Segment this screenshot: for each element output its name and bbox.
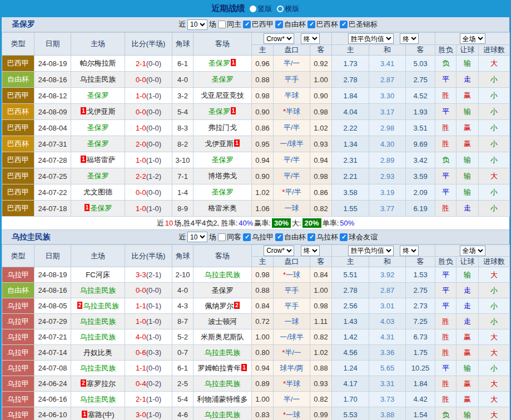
team-name: 圣保罗: [212, 286, 234, 294]
away-team-cell: 米斯奥尼斯队: [194, 329, 252, 345]
recent-count-select[interactable]: 10: [187, 19, 207, 30]
league-checkbox-label[interactable]: 巴西杯: [307, 19, 338, 29]
mean-away-cell: 2.73: [406, 298, 435, 314]
league-checkbox[interactable]: [340, 21, 348, 28]
same-home-checkbox-label[interactable]: 同主: [218, 19, 241, 29]
odds-away-cell: 0.82: [310, 201, 332, 217]
mean-away-cell: 1.53: [406, 267, 435, 283]
handicap-result-cell: 输: [457, 267, 479, 283]
same-away-checkbox[interactable]: [218, 233, 226, 241]
league-checkbox[interactable]: [275, 233, 283, 241]
rank-badge: 1: [234, 139, 240, 147]
mean-away-cell: 1.84: [406, 376, 435, 392]
matches-table: 类型 日期 主场 比分(半场) 角球 客场 Crow* 终 胜平负均值 终 全场: [2, 32, 510, 217]
mean-away-cell: 9.69: [406, 136, 435, 152]
handicap-cell: *一球: [274, 267, 310, 283]
handicap-value: 一/球半: [280, 333, 304, 341]
rank-badge: 1: [82, 411, 87, 418]
goals-result-cell: 小: [479, 361, 510, 376]
team-name: 乌拉圭民族: [205, 271, 241, 279]
match-row: 乌拉甲24-06-242塞罗拉尔0-4(0-2)2-5乌拉圭民族0.89*半球0…: [2, 376, 510, 392]
filter-controls: 近 10 场 同客 乌拉甲 自由杯 乌拉杯 球会友谊: [178, 232, 378, 242]
mean-time-select[interactable]: 终: [400, 33, 419, 44]
odds-time-select[interactable]: 终: [301, 33, 320, 44]
fulltime-score: 1-1: [136, 302, 146, 310]
league-cell: 巴西杯: [2, 136, 34, 152]
handicap-cell: 半/一: [274, 392, 310, 407]
halftime-score: (0-0): [146, 286, 161, 294]
corners-cell: 3-2: [172, 88, 194, 104]
scope-select[interactable]: 全场: [460, 33, 485, 44]
odds-away-cell: 0.86: [310, 184, 332, 201]
goals-result-cell: 大: [479, 168, 510, 184]
corners-cell: 6-1: [172, 56, 194, 72]
team-name: 格雷米奥: [208, 204, 237, 212]
col-mean-draw: 和: [369, 45, 406, 56]
date-cell: 24-07-18: [34, 201, 71, 217]
matches-table: 类型 日期 主场 比分(半场) 角球 客场 Crow* 终 胜平负均值 终 全场: [2, 244, 510, 420]
league-cell: 乌拉甲: [2, 298, 34, 314]
handicap-result-cell: 赢: [457, 392, 479, 407]
league-checkbox[interactable]: [275, 21, 283, 28]
odds-home-cell: 1.02: [252, 184, 274, 201]
mean-draw-cell: 3.92: [369, 267, 406, 283]
date-cell: 24-08-16: [34, 283, 71, 298]
corners-cell: 2-5: [172, 376, 194, 392]
mean-type-select[interactable]: 胜平负均值: [348, 33, 394, 44]
halftime-score: (0-0): [146, 364, 161, 372]
odds-time-select[interactable]: 终: [301, 246, 320, 256]
col-mean-draw: 和: [369, 257, 406, 267]
corners-cell: 0-7: [172, 345, 194, 361]
score-cell: 3-0(1-0): [125, 407, 172, 420]
odds-away-cell: 0.99: [310, 407, 332, 420]
mean-home-cell: 2.22: [332, 120, 369, 136]
fulltime-score: 2-1: [136, 59, 146, 68]
corners-cell: 8-9: [172, 201, 194, 217]
home-team-cell: 圣保罗: [71, 88, 125, 104]
league-checkbox-label[interactable]: 巴西甲: [243, 19, 274, 29]
same-away-checkbox-label[interactable]: 同客: [218, 232, 241, 242]
col-odds-away: 客: [310, 257, 332, 267]
odds-company-select[interactable]: Crow*: [264, 246, 294, 256]
match-row: 乌拉甲24-08-19FC河床3-3(2-1)2-10乌拉圭民族0.98*一球0…: [2, 267, 510, 283]
league-checkbox-label[interactable]: 乌拉甲: [243, 232, 274, 242]
team-name-title: 圣保罗: [12, 19, 178, 29]
layout-horizontal-option[interactable]: 横版: [277, 4, 300, 14]
horizontal-radio[interactable]: [277, 6, 284, 12]
mean-time-select[interactable]: 终: [400, 246, 419, 256]
halftime-score: (2-1): [146, 271, 161, 279]
league-checkbox-label[interactable]: 乌拉杯: [307, 232, 338, 242]
mean-draw-cell: 3.01: [369, 298, 406, 314]
handicap-result-cell: 赢: [457, 345, 479, 361]
league-checkbox-label[interactable]: 自由杯: [275, 232, 306, 242]
league-checkbox[interactable]: [243, 21, 251, 28]
team-name: 戈亚尼亚竞技: [201, 91, 244, 99]
home-team-cell: 2塞罗拉尔: [71, 376, 125, 392]
home-team-cell: 圣保罗: [71, 120, 125, 136]
league-checkbox-label[interactable]: 自由杯: [275, 19, 306, 29]
handicap-cell: *半球: [274, 376, 310, 392]
recent-count-select[interactable]: 10: [187, 232, 207, 242]
scope-select[interactable]: 全场: [460, 246, 485, 256]
same-home-checkbox[interactable]: [218, 21, 226, 28]
col-mean-away: 客: [406, 257, 435, 267]
recent-count: 10: [165, 219, 173, 227]
handicap-cell: 球半/两: [274, 361, 310, 376]
league-checkbox[interactable]: [243, 233, 251, 241]
team-name: 乌拉圭民族: [205, 411, 241, 419]
vertical-radio[interactable]: [250, 6, 256, 12]
handicap-value: 平手: [285, 286, 299, 294]
date-cell: 24-07-22: [34, 184, 71, 201]
league-checkbox-label[interactable]: 球会友谊: [340, 232, 378, 242]
odds-company-select[interactable]: Crow*: [264, 33, 294, 44]
league-checkbox[interactable]: [307, 233, 315, 241]
league-checkbox-label[interactable]: 巴圣锦标: [340, 19, 378, 29]
mean-away-cell: 2.75: [406, 72, 435, 88]
league-checkbox[interactable]: [340, 233, 348, 241]
layout-vertical-option[interactable]: 竖版: [250, 4, 272, 14]
league-checkbox[interactable]: [307, 21, 315, 28]
mean-type-select[interactable]: 胜平负均值: [348, 246, 394, 256]
mean-home-cell: 1.84: [332, 88, 369, 104]
away-team-cell: 圣保罗1: [194, 56, 252, 72]
home-team-cell: 1福塔雷萨: [71, 152, 125, 168]
